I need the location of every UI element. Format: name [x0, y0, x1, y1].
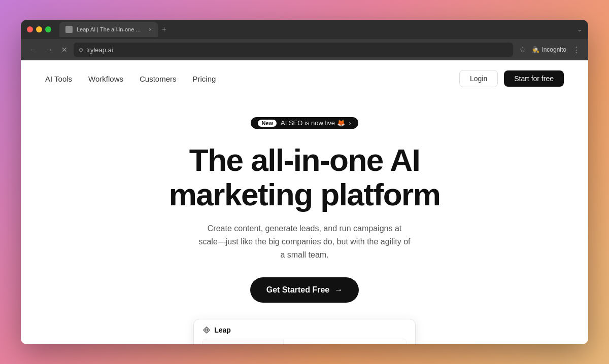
app-main: Keywords ← Back Save & Exit [284, 339, 407, 344]
svg-point-0 [206, 329, 208, 331]
app-logo: Leap [202, 325, 231, 335]
tab-close-button[interactable]: × [149, 27, 152, 32]
app-main-header: Keywords ← Back Save & Exit [284, 339, 407, 344]
traffic-lights [27, 26, 51, 32]
tab-favicon [65, 26, 73, 33]
expand-button[interactable]: ⌄ [577, 26, 582, 33]
app-preview-body: M Mauricio Lope... ▾ ⌂ Overview Keywords [202, 339, 407, 344]
nav-link-customers[interactable]: Customers [140, 75, 177, 83]
badge-arrow-icon: › [349, 120, 351, 127]
app-logo-text: Leap [214, 326, 231, 334]
cta-label: Get Started Free [266, 285, 329, 295]
minimize-window-button[interactable] [36, 26, 42, 32]
address-icon: ⊕ [79, 47, 83, 53]
badge-new-label: New [258, 120, 277, 127]
nav-link-pricing[interactable]: Pricing [193, 75, 216, 83]
menu-button[interactable]: ⋮ [570, 43, 582, 56]
maximize-window-button[interactable] [45, 26, 51, 32]
forward-button[interactable]: → [43, 44, 55, 56]
badge-text: AI SEO is now live 🦊 [281, 119, 345, 127]
app-preview: Leap M Mauricio Lope... ▾ ⌂ Overview [193, 319, 416, 344]
hero-title-line2: marketing platform [169, 177, 441, 212]
hero-subtitle: Create content, generate leads, and run … [198, 222, 411, 261]
tab-title: Leap AI | The all-in-one AI m... [77, 26, 143, 32]
nav-actions: Login Start for free [459, 70, 564, 87]
browser-titlebar: Leap AI | The all-in-one AI m... × + ⌄ [21, 20, 588, 39]
login-button[interactable]: Login [459, 70, 498, 87]
incognito-label: Incognito [542, 46, 566, 53]
close-window-button[interactable] [27, 26, 33, 32]
reload-button[interactable]: ✕ [59, 44, 70, 56]
browser-toolbar: ← → ✕ ⊕ tryleap.ai ☆ 🕵 Incognito ⋮ [21, 39, 588, 60]
app-preview-header: Leap [202, 325, 407, 335]
nav-links: AI Tools Workflows Customers Pricing [45, 75, 216, 83]
nav-link-ai-tools[interactable]: AI Tools [45, 75, 72, 83]
hero-title: The all-in-one AI marketing platform [169, 143, 441, 212]
bookmark-button[interactable]: ☆ [517, 43, 528, 56]
page-content: AI Tools Workflows Customers Pricing Log… [21, 60, 588, 344]
get-started-free-button[interactable]: Get Started Free → [250, 277, 359, 303]
address-text: tryleap.ai [86, 46, 113, 54]
cta-arrow-icon: → [334, 285, 343, 295]
incognito-icon: 🕵 [532, 46, 539, 53]
new-tab-button[interactable]: + [158, 23, 171, 36]
hero-title-line1: The all-in-one AI [189, 142, 420, 177]
site-nav: AI Tools Workflows Customers Pricing Log… [21, 60, 588, 97]
browser-window: Leap AI | The all-in-one AI m... × + ⌄ ←… [21, 20, 588, 344]
back-button[interactable]: ← [27, 44, 39, 56]
address-bar[interactable]: ⊕ tryleap.ai [74, 43, 513, 57]
incognito-button[interactable]: 🕵 Incognito [532, 46, 566, 53]
new-badge[interactable]: New AI SEO is now live 🦊 › [251, 117, 358, 129]
hero-section: New AI SEO is now live 🦊 › The all-in-on… [21, 97, 588, 344]
toolbar-actions: ☆ 🕵 Incognito ⋮ [517, 43, 582, 56]
app-sidebar: M Mauricio Lope... ▾ ⌂ Overview [202, 339, 284, 344]
nav-link-workflows[interactable]: Workflows [88, 75, 123, 83]
app-logo-icon [202, 325, 211, 335]
start-for-free-button[interactable]: Start for free [504, 70, 564, 87]
browser-tabs: Leap AI | The all-in-one AI m... × + [59, 22, 573, 37]
browser-tab-active[interactable]: Leap AI | The all-in-one AI m... × [59, 22, 158, 37]
